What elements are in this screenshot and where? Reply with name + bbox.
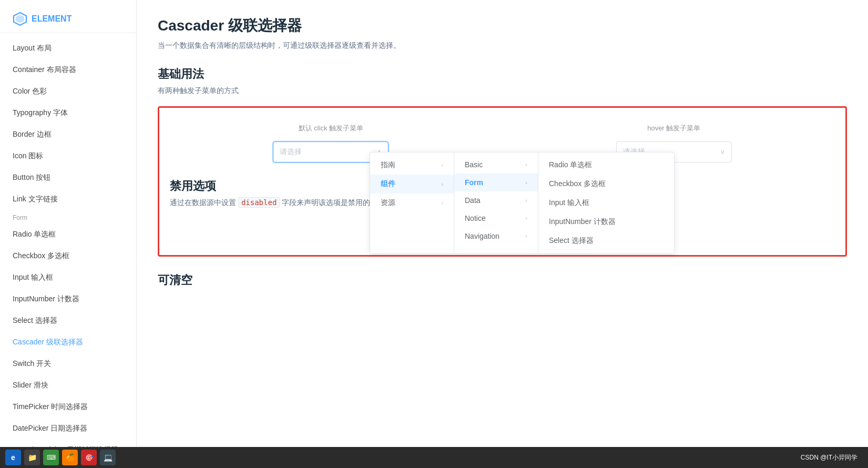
cascade-p1-item-指南[interactable]: 指南› [370,156,454,175]
cascade-p3-item-Select 选择器[interactable]: Select 选择器 [538,231,626,250]
cascader-arrow-down-icon [720,148,725,156]
cascader-dropdown: 指南›组件›资源› Basic›Form›Data›Notice›Navigat… [370,152,675,254]
section1-desc: 有两种触发子菜单的方式 [158,86,847,96]
cascader-placeholder-click: 请选择 [280,147,377,157]
logo-area: ELEMENT [0,5,136,33]
demo-box-basic: 默认 click 触发子菜单 请选择 hover 触发子菜单 请选择 指南›组件… [158,106,847,257]
sidebar: ELEMENT Layout 布局Container 布局容器Color 色彩T… [0,0,137,468]
cascade-p2-item-Notice[interactable]: Notice› [454,209,538,227]
page-subtitle: 当一个数据集合有清晰的层级结构时，可通过级联选择器逐级查看并选择。 [158,41,847,50]
sidebar-form-items: Radio 单选框Checkbox 多选框Input 输入框InputNumbe… [0,223,136,468]
cascade-p2-item-Data[interactable]: Data› [454,191,538,209]
cascade-p1-item-组件[interactable]: 组件› [370,175,454,194]
sidebar-item-container[interactable]: Container 布局容器 [0,59,136,80]
col2-label: hover 触发子菜单 [647,124,700,133]
taskbar-folder-icon[interactable]: 📁 [24,450,40,465]
cascade-p3-item-InputNumber 计数器[interactable]: InputNumber 计数器 [538,212,626,231]
taskbar-app2-icon[interactable]: 🎯 [81,450,97,465]
taskbar-app3-icon[interactable]: 💻 [100,450,116,465]
sidebar-basic-items: Layout 布局Container 布局容器Color 色彩Typograph… [0,37,136,210]
sidebar-item-inputnumber[interactable]: InputNumber 计数器 [0,288,136,310]
main-content: Cascader 级联选择器 当一个数据集合有清晰的层级结构时，可通过级联选择器… [137,0,868,468]
cascade-panel-3: Radio 单选框Checkbox 多选框Input 输入框InputNumbe… [538,152,626,253]
cascade-p3-item-Radio 单选框[interactable]: Radio 单选框 [538,156,626,175]
page-title: Cascader 级联选择器 [158,16,847,36]
cascade-p2-item-Navigation[interactable]: Navigation› [454,227,538,245]
section3-title: 可清空 [158,272,847,288]
cascade-p2-item-Form[interactable]: Form› [454,174,538,191]
sidebar-item-border[interactable]: Border 边框 [0,124,136,145]
cascade-p1-item-资源[interactable]: 资源› [370,194,454,212]
sidebar-item-layout[interactable]: Layout 布局 [0,37,136,59]
taskbar-watermark: CSDN @IT小羿同学 [801,453,863,462]
cascade-p2-item-Basic[interactable]: Basic› [454,156,538,174]
sidebar-item-icon[interactable]: Icon 图标 [0,145,136,167]
sidebar-item-select[interactable]: Select 选择器 [0,310,136,331]
sidebar-item-color[interactable]: Color 色彩 [0,80,136,102]
taskbar-terminal-icon[interactable]: ⌨ [43,450,59,465]
sidebar-item-switch[interactable]: Switch 开关 [0,353,136,374]
sidebar-item-input[interactable]: Input 输入框 [0,267,136,288]
logo-text: ELEMENT [32,14,72,24]
taskbar-ie-icon[interactable]: e [5,450,21,465]
svg-marker-1 [16,15,24,23]
sidebar-item-button[interactable]: Button 按钮 [0,167,136,188]
logo-icon [13,12,27,26]
sidebar-item-cascader[interactable]: Cascader 级联选择器 [0,331,136,353]
sidebar-item-radio[interactable]: Radio 单选框 [0,223,136,245]
sidebar-section-form: Form [0,210,136,223]
sidebar-item-typography[interactable]: Typography 字体 [0,102,136,124]
cascade-panel-2: Basic›Form›Data›Notice›Navigation› [454,152,538,253]
taskbar: e 📁 ⌨ 🍊 🎯 💻 CSDN @IT小羿同学 [0,447,868,468]
taskbar-app1-icon[interactable]: 🍊 [62,450,78,465]
cascade-panel-1: 指南›组件›资源› [370,152,454,253]
cascade-p3-item-Input 输入框[interactable]: Input 输入框 [538,194,626,212]
sidebar-item-checkbox[interactable]: Checkbox 多选框 [0,245,136,267]
disabled-code: disabled [238,197,280,208]
sidebar-item-slider[interactable]: Slider 滑块 [0,374,136,396]
sidebar-item-datepicker[interactable]: DatePicker 日期选择器 [0,418,136,439]
cascade-p3-item-Checkbox 多选框[interactable]: Checkbox 多选框 [538,175,626,194]
section1-title: 基础用法 [158,66,847,82]
sidebar-item-timepicker[interactable]: TimePicker 时间选择器 [0,396,136,418]
col1-label: 默认 click 触发子菜单 [299,124,364,133]
sidebar-item-link[interactable]: Link 文字链接 [0,188,136,210]
